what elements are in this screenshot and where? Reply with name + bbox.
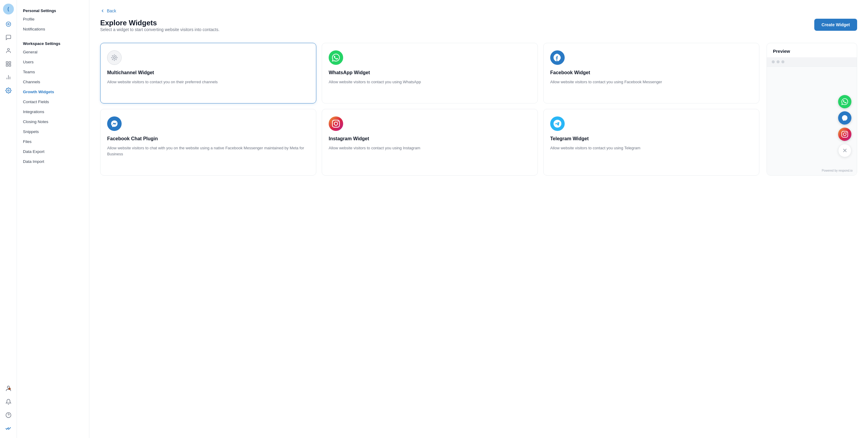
preview-whatsapp-button[interactable] <box>838 95 851 108</box>
preview-powered-by: Powered by respond.io <box>822 169 852 172</box>
avatar[interactable]: ( <box>3 4 14 14</box>
svg-point-10 <box>7 90 9 91</box>
sidebar: Personal Settings Profile Notifications … <box>17 0 89 438</box>
widgets-layout: Multichannel Widget Allow website visito… <box>100 43 857 175</box>
widget-card-whatsapp[interactable]: WhatsApp Widget Allow website visitors t… <box>322 43 538 103</box>
sidebar-item-general[interactable]: General <box>17 47 89 57</box>
svg-point-1 <box>7 24 9 25</box>
browser-dot-1 <box>772 60 775 63</box>
bell-icon[interactable] <box>2 396 14 408</box>
page-subtitle: Select a widget to start converting webs… <box>100 27 219 32</box>
sidebar-item-data-export[interactable]: Data Export <box>17 146 89 157</box>
integrations-icon[interactable] <box>2 58 14 70</box>
telegram-widget-desc: Allow website visitors to contact you us… <box>550 145 752 151</box>
preview-facebook-button[interactable] <box>838 111 851 125</box>
chat-icon[interactable] <box>2 31 14 43</box>
sidebar-item-snippets[interactable]: Snippets <box>17 127 89 137</box>
page-header: Explore Widgets Select a widget to start… <box>100 19 857 40</box>
multichannel-icon-wrap <box>107 50 122 65</box>
instagram-widget-desc: Allow website visitors to contact you us… <box>329 145 531 151</box>
widgets-grid: Multichannel Widget Allow website visito… <box>100 43 760 175</box>
preview-instagram-button[interactable] <box>838 128 851 141</box>
svg-point-2 <box>7 48 9 51</box>
svg-point-12 <box>8 388 10 390</box>
double-check-icon[interactable] <box>2 422 14 434</box>
page-title: Explore Widgets <box>100 19 219 27</box>
multichannel-widget-desc: Allow website visitors to contact you on… <box>107 79 309 85</box>
instagram-widget-name: Instagram Widget <box>329 136 531 142</box>
user-profile-icon[interactable] <box>2 382 14 395</box>
sidebar-item-growth-widgets[interactable]: Growth Widgets <box>17 87 89 97</box>
preview-panel: Preview <box>767 43 857 175</box>
create-widget-button[interactable]: Create Widget <box>814 19 857 31</box>
facebook-widget-name: Facebook Widget <box>550 70 752 76</box>
preview-close-button[interactable]: ✕ <box>838 144 851 157</box>
reports-icon[interactable] <box>2 71 14 83</box>
personal-settings-title: Personal Settings <box>17 6 89 14</box>
sidebar-item-notifications[interactable]: Notifications <box>17 24 89 34</box>
svg-point-0 <box>6 22 10 27</box>
telegram-icon-wrap <box>550 116 565 131</box>
workspace-settings-title: Workspace Settings <box>17 39 89 47</box>
sidebar-item-users[interactable]: Users <box>17 57 89 67</box>
settings-icon[interactable] <box>2 85 14 97</box>
back-link[interactable]: Back <box>100 8 857 13</box>
preview-content: ✕ Powered by respond.io <box>767 67 857 175</box>
widget-card-facebook[interactable]: Facebook Widget Allow website visitors t… <box>543 43 760 103</box>
facebook-chat-icon-wrap <box>107 116 122 131</box>
preview-title: Preview <box>767 43 857 57</box>
facebook-widget-desc: Allow website visitors to contact you us… <box>550 79 752 85</box>
sidebar-item-contact-fields[interactable]: Contact Fields <box>17 97 89 107</box>
contacts-icon[interactable] <box>2 45 14 57</box>
widget-card-instagram[interactable]: Instagram Widget Allow website visitors … <box>322 109 538 175</box>
svg-rect-5 <box>6 65 8 66</box>
preview-browser-bar <box>767 57 857 67</box>
svg-rect-4 <box>9 62 10 64</box>
icon-rail: ( <box>0 0 17 438</box>
instagram-icon-wrap <box>329 116 343 131</box>
sidebar-item-integrations[interactable]: Integrations <box>17 107 89 117</box>
sidebar-item-data-import[interactable]: Data Import <box>17 157 89 167</box>
multichannel-widget-name: Multichannel Widget <box>107 70 309 76</box>
whatsapp-widget-name: WhatsApp Widget <box>329 70 531 76</box>
browser-dot-3 <box>781 60 784 63</box>
facebook-chat-widget-desc: Allow website visitors to chat with you … <box>107 145 309 157</box>
sidebar-item-files[interactable]: Files <box>17 137 89 146</box>
telegram-widget-name: Telegram Widget <box>550 136 752 142</box>
svg-rect-3 <box>6 62 8 64</box>
help-icon[interactable] <box>2 409 14 421</box>
sidebar-item-closing-notes[interactable]: Closing Notes <box>17 117 89 127</box>
svg-rect-6 <box>9 65 10 66</box>
preview-floating-buttons: ✕ <box>838 95 851 157</box>
home-icon[interactable] <box>2 18 14 30</box>
widget-card-multichannel[interactable]: Multichannel Widget Allow website visito… <box>100 43 316 103</box>
whatsapp-icon-wrap <box>329 50 343 65</box>
widget-card-facebook-chat[interactable]: Facebook Chat Plugin Allow website visit… <box>100 109 316 175</box>
facebook-widget-icon-wrap <box>550 50 565 65</box>
sidebar-item-channels[interactable]: Channels <box>17 77 89 87</box>
main-content: Back Explore Widgets Select a widget to … <box>89 0 868 438</box>
widget-card-telegram[interactable]: Telegram Widget Allow website visitors t… <box>543 109 760 175</box>
sidebar-item-teams[interactable]: Teams <box>17 67 89 77</box>
whatsapp-widget-desc: Allow website visitors to contact you us… <box>329 79 531 85</box>
back-label: Back <box>107 8 116 13</box>
svg-point-15 <box>114 57 116 59</box>
browser-dot-2 <box>777 60 780 63</box>
sidebar-item-profile[interactable]: Profile <box>17 14 89 24</box>
facebook-chat-widget-name: Facebook Chat Plugin <box>107 136 309 142</box>
